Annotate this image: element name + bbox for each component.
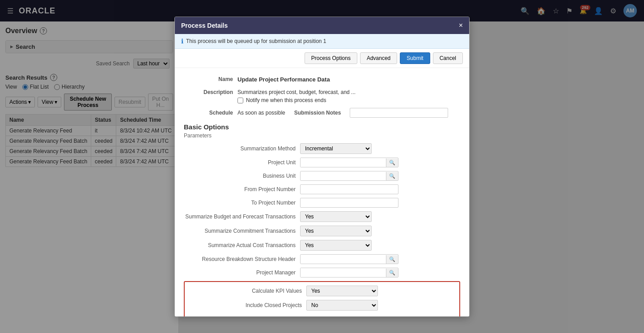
param-text-input[interactable] [300, 184, 398, 194]
name-field-value: Update Project Performance Data [237, 74, 460, 83]
modal-close-button[interactable]: × [459, 21, 463, 30]
param-label: Summarize Actual Cost Transactions [184, 242, 300, 248]
param-search-input[interactable] [301, 171, 386, 180]
param-row: Project Manager🔍 [184, 268, 460, 278]
close-icon: × [459, 21, 463, 29]
param-row: To Project Number [184, 198, 460, 208]
param-row: From Project Number [184, 184, 460, 194]
param-row: Project Unit🔍 [184, 158, 460, 167]
param-search-input-wrapper: 🔍 [300, 254, 398, 264]
modal-info-bar: ℹ This process will be queued up for sub… [175, 34, 469, 49]
modal-info-message: This process will be queued up for submi… [186, 38, 326, 44]
param-label: Summarize Commitment Transactions [184, 228, 300, 234]
param-label: To Project Number [184, 200, 300, 206]
modal-body: Name Update Project Performance Data Des… [175, 68, 469, 316]
param-search-input[interactable] [301, 255, 386, 264]
param-search-icon[interactable]: 🔍 [386, 158, 398, 167]
param-row: Resource Breakdown Structure Header🔍 [184, 254, 460, 264]
submit-button[interactable]: Submit [400, 52, 430, 64]
cancel-button[interactable]: Cancel [433, 52, 463, 64]
notify-label: Notify me when this process ends [246, 97, 326, 103]
advanced-button[interactable]: Advanced [360, 52, 397, 64]
schedule-row: Schedule As soon as possible Submission … [184, 108, 460, 118]
description-value: Summarizes project cost, budget, forecas… [237, 89, 460, 95]
notify-checkbox[interactable] [237, 98, 243, 103]
param-row: Summarize Commitment TransactionsYesNo [184, 226, 460, 236]
modal-toolbar: Process Options Advanced Submit Cancel [175, 49, 469, 68]
modal-title: Process Details [181, 22, 228, 29]
param-label: Calculate KPI Values [190, 288, 306, 294]
param-label: Summarize Budget and Forecast Transactio… [184, 213, 300, 220]
param-label: Summarization Method [184, 145, 300, 152]
param-label: Include Closed Projects [190, 302, 306, 308]
param-search-input-wrapper: 🔍 [300, 171, 398, 181]
main-area: Overview ? ▶ Search Saved Search Last ho… [0, 21, 644, 333]
schedule-inline: As soon as possible Submission Notes [237, 108, 460, 118]
param-select[interactable]: YesNo [300, 226, 372, 236]
process-details-modal: Process Details × ℹ This process will be… [174, 17, 470, 316]
param-text-input[interactable] [300, 198, 398, 208]
param-search-input-wrapper: 🔍 [300, 158, 398, 167]
param-label: From Project Number [184, 186, 300, 192]
param-row: Include Closed ProjectsYesNo [190, 300, 454, 311]
param-search-icon[interactable]: 🔍 [386, 255, 398, 264]
modal-header: Process Details × [175, 17, 469, 34]
highlighted-params-container: Calculate KPI ValuesYesNoInclude Closed … [190, 286, 454, 311]
param-row: Business Unit🔍 [184, 171, 460, 181]
param-label: Resource Breakdown Structure Header [184, 256, 300, 262]
name-row: Name Update Project Performance Data [184, 74, 460, 83]
highlighted-section: Calculate KPI ValuesYesNoInclude Closed … [184, 281, 460, 316]
param-select[interactable]: YesNo [300, 240, 372, 251]
param-select[interactable]: YesNo [306, 286, 378, 296]
submission-notes-input[interactable] [350, 108, 448, 118]
description-row: Description Summarizes project cost, bud… [184, 87, 460, 103]
description-row-content: Summarizes project cost, budget, forecas… [237, 87, 460, 103]
description-field-label: Description [184, 87, 237, 95]
param-row: Summarization MethodIncrementalComplete [184, 143, 460, 154]
schedule-value: As soon as possible [237, 110, 285, 116]
param-search-icon[interactable]: 🔍 [386, 269, 398, 277]
param-row: Calculate KPI ValuesYesNo [190, 286, 454, 296]
process-options-button[interactable]: Process Options [305, 52, 357, 64]
param-search-icon[interactable]: 🔍 [386, 172, 398, 180]
param-select[interactable]: YesNo [300, 211, 372, 222]
param-select[interactable]: IncrementalComplete [300, 143, 372, 154]
info-icon: ℹ [181, 38, 183, 45]
notify-checkbox-row: Notify me when this process ends [237, 97, 460, 103]
basic-options-title: Basic Options [184, 123, 460, 131]
param-row: Summarize Budget and Forecast Transactio… [184, 211, 460, 222]
param-select[interactable]: YesNo [306, 300, 378, 311]
param-row: Summarize Actual Cost TransactionsYesNo [184, 240, 460, 251]
parameters-container: Summarization MethodIncrementalCompleteP… [184, 143, 460, 278]
parameters-label: Parameters [184, 132, 460, 139]
name-field-label: Name [184, 74, 237, 82]
param-search-input[interactable] [301, 268, 386, 277]
param-search-input-wrapper: 🔍 [300, 268, 398, 278]
param-label: Business Unit [184, 173, 300, 179]
schedule-field-label: Schedule [184, 108, 237, 116]
submission-notes-label: Submission Notes [294, 110, 341, 116]
param-label: Project Manager [184, 269, 300, 276]
param-search-input[interactable] [301, 158, 386, 167]
param-label: Project Unit [184, 159, 300, 166]
